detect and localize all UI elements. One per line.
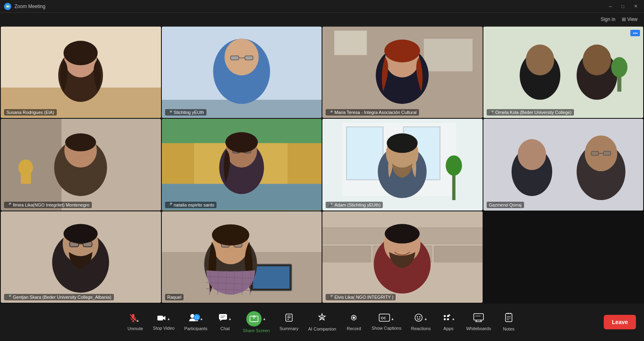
- name-text-3: Maria Teresa - Integra Asociación Cultur…: [334, 110, 417, 115]
- svg-text:CC: CC: [381, 316, 386, 320]
- svg-rect-131: [506, 314, 512, 322]
- name-text-1: Susana Rodrigues (EIA): [6, 110, 54, 115]
- svg-point-61: [518, 139, 546, 170]
- chat-icon: [219, 313, 227, 324]
- more-options-button-4[interactable]: •••: [630, 30, 640, 36]
- ai-companion-label: AI Companion: [308, 327, 336, 331]
- notes-icon: [504, 313, 513, 325]
- header: Sign in ⊞ View: [0, 13, 644, 26]
- svg-rect-64: [591, 151, 598, 155]
- name-text-5: Ilmira Lika(NGO Integritet) Montenegro: [13, 203, 89, 207]
- view-button[interactable]: ⊞ View: [622, 17, 638, 22]
- zoom-logo-icon: [4, 3, 11, 10]
- svg-point-36: [65, 134, 96, 151]
- signin-button[interactable]: Sign in: [601, 17, 615, 22]
- name-text-9: Gentjan Skara (Beder University College_…: [13, 295, 111, 300]
- leave-button[interactable]: Leave: [604, 315, 636, 329]
- chat-button[interactable]: ▲ Chat: [213, 311, 237, 333]
- svg-point-118: [417, 316, 418, 317]
- ai-companion-icon: [317, 313, 327, 325]
- mute-icon-5: 🎤: [6, 203, 11, 207]
- video-cell-6: 🎤 natalia espirito santo: [162, 119, 322, 210]
- participant-name-10: Raquel: [165, 294, 184, 300]
- participant-name-2: 🎤 Stichting yEUth: [165, 109, 206, 116]
- video-cell-2: 🎤 Stichting yEUth: [162, 27, 322, 118]
- mute-icon-9: 🎤: [6, 295, 11, 299]
- participants-button[interactable]: ▲ 11 Participants: [180, 311, 211, 333]
- ai-companion-button[interactable]: AI Companion: [304, 310, 341, 334]
- svg-point-54: [446, 155, 462, 176]
- svg-rect-18: [424, 39, 473, 71]
- participants-badge: 11: [194, 314, 200, 320]
- notes-button[interactable]: Notes: [497, 310, 521, 334]
- svg-rect-13: [230, 56, 238, 60]
- captions-icon: CC: [379, 314, 390, 324]
- unmute-button[interactable]: ▲ Unmute: [123, 311, 147, 333]
- svg-point-95: [385, 224, 420, 243]
- show-captions-label: Show Captions: [372, 326, 401, 331]
- name-text-2: Stichting yEUth: [174, 110, 204, 115]
- close-button[interactable]: ✕: [632, 3, 640, 10]
- svg-point-7: [64, 41, 98, 65]
- svg-rect-19: [334, 31, 367, 55]
- svg-rect-100: [157, 316, 163, 320]
- svg-point-57: [387, 134, 418, 153]
- toolbar: ▲ Unmute ▲ Stop Video: [0, 304, 644, 340]
- participant-name-8: Gazmend Qorraj: [487, 202, 524, 208]
- svg-point-48: [225, 132, 258, 153]
- record-label: Record: [347, 326, 361, 331]
- name-text-8: Gazmend Qorraj: [489, 203, 522, 207]
- svg-point-12: [224, 39, 258, 75]
- name-text-7: Adam (Stichting yEUth): [334, 203, 380, 207]
- svg-point-38: [19, 159, 33, 176]
- participant-name-11: 🎤 Elvis Lika( NGO INTEGRITY ): [326, 294, 396, 300]
- svg-rect-79: [253, 266, 289, 289]
- titlebar-left: Zoom Meeting: [4, 3, 45, 10]
- participant-name-6: 🎤 natalia espirito santo: [165, 202, 217, 208]
- show-captions-button[interactable]: CC ▲ Show Captions: [367, 311, 405, 333]
- svg-point-85: [212, 224, 249, 246]
- whiteboards-icon: [473, 313, 484, 324]
- reactions-label: Reactions: [411, 326, 431, 331]
- participant-name-3: 🎤 Maria Teresa - Integra Asociación Cult…: [326, 109, 419, 116]
- svg-point-119: [419, 316, 421, 317]
- svg-point-74: [64, 224, 98, 243]
- apps-icon: [442, 313, 451, 324]
- video-icon: [157, 314, 166, 324]
- svg-point-112: [321, 317, 323, 318]
- stop-video-label: Stop Video: [153, 326, 175, 331]
- share-screen-button[interactable]: ▲ Share Screen: [239, 309, 274, 335]
- video-cell-1: Susana Rodrigues (EIA): [1, 27, 161, 118]
- summary-button[interactable]: Summary: [275, 311, 302, 333]
- video-cell-10: Raquel: [162, 211, 322, 303]
- maximize-button[interactable]: □: [619, 3, 627, 10]
- video-cell-empty: [483, 211, 644, 303]
- participants-label: Participants: [184, 326, 207, 331]
- mute-icon-11: 🎤: [328, 295, 333, 299]
- reactions-button[interactable]: ▲ Reactions: [407, 311, 435, 333]
- apps-button[interactable]: ▲ Apps: [436, 311, 460, 333]
- name-text-4: Ornela Kola (Beder University College): [495, 110, 572, 115]
- video-cell-5: 🎤 Ilmira Lika(NGO Integritet) Montenegro: [1, 119, 161, 210]
- summary-label: Summary: [279, 326, 298, 331]
- chat-label: Chat: [221, 326, 230, 331]
- whiteboards-button[interactable]: Whiteboards: [462, 311, 495, 333]
- titlebar: Zoom Meeting ─ □ ✕: [0, 0, 644, 13]
- svg-point-22: [384, 39, 420, 62]
- stop-video-button[interactable]: ▲ Stop Video: [149, 311, 179, 333]
- video-cell-11: 🎤 Elvis Lika( NGO INTEGRITY ): [322, 211, 483, 303]
- name-text-6: natalia espirito santo: [174, 203, 215, 207]
- video-cell-8: Gazmend Qorraj: [483, 119, 644, 210]
- record-icon: [349, 313, 358, 324]
- notes-label: Notes: [503, 327, 515, 331]
- share-screen-icon: [246, 311, 262, 327]
- svg-point-123: [447, 318, 449, 320]
- name-text-11: Elvis Lika( NGO INTEGRITY ): [334, 295, 393, 300]
- participant-name-9: 🎤 Gentjan Skara (Beder University Colleg…: [4, 294, 114, 300]
- reactions-icon: [414, 313, 423, 324]
- unmute-chevron[interactable]: ▲: [136, 318, 140, 322]
- video-cell-4: ••• 🎤 Ornela Kola (Beder University Coll…: [483, 27, 644, 118]
- minimize-button[interactable]: ─: [607, 3, 615, 10]
- svg-rect-92: [434, 246, 482, 262]
- record-button[interactable]: Record: [342, 311, 366, 333]
